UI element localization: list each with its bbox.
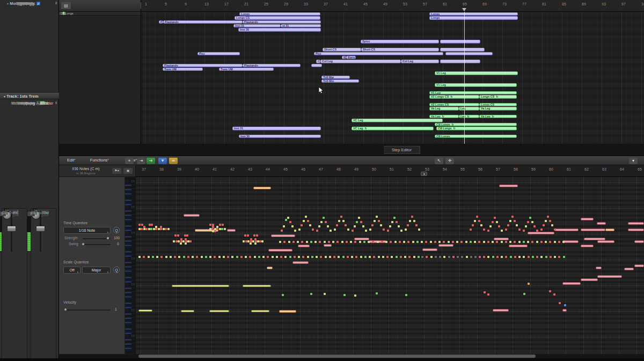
midi-note[interactable] <box>483 241 485 243</box>
arrangement-region[interactable]: Longs CS <box>235 16 320 19</box>
midi-note[interactable] <box>533 225 536 227</box>
black-key[interactable] <box>125 251 131 253</box>
midi-note[interactable] <box>545 256 547 258</box>
arrangement-region[interactable]: Trem UM <box>163 68 203 71</box>
midi-note[interactable] <box>470 229 472 231</box>
midi-note[interactable] <box>501 256 503 258</box>
arrangement-ruler[interactable]: 1591317212529333741454953576165697377818… <box>141 0 644 12</box>
midi-note[interactable] <box>413 220 415 222</box>
midi-note[interactable] <box>196 256 198 258</box>
midi-note[interactable] <box>425 241 427 243</box>
midi-note[interactable] <box>457 256 459 258</box>
midi-note[interactable] <box>518 241 521 243</box>
midi-note[interactable] <box>181 310 194 312</box>
midi-note[interactable] <box>516 224 518 226</box>
midi-note[interactable] <box>333 256 335 258</box>
midi-note[interactable] <box>219 224 221 226</box>
menu-functions[interactable]: Functions ▾ <box>85 156 113 163</box>
midi-note[interactable] <box>209 224 211 226</box>
midi-note[interactable] <box>330 230 332 232</box>
midi-note[interactable] <box>377 241 379 243</box>
arrangement-region[interactable]: Leg <box>459 107 479 110</box>
midi-note[interactable] <box>363 241 365 243</box>
midi-note[interactable] <box>369 229 371 231</box>
midi-note[interactable] <box>597 240 614 243</box>
arrangement-region[interactable]: Leg↻ <box>459 115 479 118</box>
midi-note[interactable] <box>474 241 476 243</box>
midi-note[interactable] <box>287 217 289 219</box>
catch-icon[interactable]: ▣ <box>123 168 133 174</box>
midi-note[interactable] <box>346 241 348 243</box>
midi-note[interactable] <box>581 229 605 231</box>
midi-note[interactable] <box>597 275 622 278</box>
midi-note[interactable] <box>236 256 238 258</box>
midi-note[interactable] <box>178 256 180 258</box>
midi-note[interactable] <box>394 241 397 243</box>
midi-note[interactable] <box>387 230 389 232</box>
midi-note[interactable] <box>177 234 179 237</box>
midi-note[interactable] <box>510 256 512 258</box>
midi-note[interactable] <box>527 241 529 243</box>
scale-quantize-apply-button[interactable]: Q <box>113 267 120 273</box>
midi-note[interactable] <box>507 224 509 226</box>
midi-note[interactable] <box>494 217 496 219</box>
left-click-tool-icon[interactable]: ↖ <box>435 158 443 164</box>
cmd-click-tool-icon[interactable]: ✛ <box>445 158 454 164</box>
arrangement-region[interactable]: V1 Leg <box>435 83 517 86</box>
midi-note[interactable] <box>283 225 285 227</box>
midi-note[interactable] <box>553 293 555 296</box>
midi-note[interactable] <box>250 242 252 245</box>
midi-note[interactable] <box>324 241 326 243</box>
midi-note[interactable] <box>254 256 256 258</box>
midi-note[interactable] <box>476 216 478 218</box>
midi-note[interactable] <box>505 241 507 243</box>
midi-note[interactable] <box>173 240 175 242</box>
midi-note[interactable] <box>283 241 286 243</box>
midi-note[interactable] <box>184 214 200 217</box>
midi-note[interactable] <box>558 241 560 243</box>
midi-note[interactable] <box>186 234 188 237</box>
midi-note[interactable] <box>297 241 299 243</box>
midi-note[interactable] <box>496 256 499 258</box>
midi-note[interactable] <box>347 256 349 258</box>
midi-note[interactable] <box>347 229 349 231</box>
arrangement-region[interactable]: Pizz <box>314 52 443 55</box>
midi-note[interactable] <box>461 256 463 258</box>
midi-note[interactable] <box>356 221 358 223</box>
midi-note[interactable] <box>187 256 189 258</box>
midi-note[interactable] <box>628 222 644 225</box>
midi-note[interactable] <box>581 278 598 281</box>
arrangement-region[interactable]: Flautando <box>163 20 243 24</box>
midi-note[interactable] <box>564 304 566 306</box>
midi-note[interactable] <box>376 292 378 294</box>
midi-note[interactable] <box>372 241 374 243</box>
midi-note[interactable] <box>554 256 556 258</box>
midi-note[interactable] <box>523 293 525 295</box>
midi-note[interactable] <box>371 224 374 226</box>
midi-note[interactable] <box>540 241 543 243</box>
midi-note[interactable] <box>562 309 567 312</box>
arrangement-region[interactable]: Trill Maj <box>321 76 350 79</box>
midi-note[interactable] <box>354 238 369 240</box>
midi-note[interactable] <box>430 256 433 258</box>
midi-note[interactable] <box>378 256 380 258</box>
midi-note[interactable] <box>399 241 401 243</box>
midi-note[interactable] <box>483 229 485 231</box>
midi-note[interactable] <box>276 256 278 258</box>
midi-note[interactable] <box>303 220 305 222</box>
arrangement-region[interactable]: Va Leg↻ <box>429 115 459 118</box>
collapse-filter-icon[interactable]: ▼ <box>158 158 167 164</box>
arrangement-region[interactable]: Trill Min <box>321 79 359 83</box>
midi-note[interactable] <box>318 225 320 227</box>
midi-note[interactable] <box>223 256 225 258</box>
midi-note[interactable] <box>306 241 308 243</box>
midi-note[interactable] <box>528 283 530 285</box>
midi-note[interactable] <box>452 256 455 258</box>
midi-note[interactable] <box>309 224 311 226</box>
midi-note[interactable] <box>328 241 330 243</box>
tab-step-editor[interactable]: Step Editor <box>384 146 420 154</box>
black-key[interactable] <box>125 210 131 212</box>
arrangement-region[interactable]: VC Leg↻ <box>352 127 434 130</box>
black-key[interactable] <box>125 189 131 191</box>
arrangement-region[interactable]: Short CS <box>323 48 361 51</box>
